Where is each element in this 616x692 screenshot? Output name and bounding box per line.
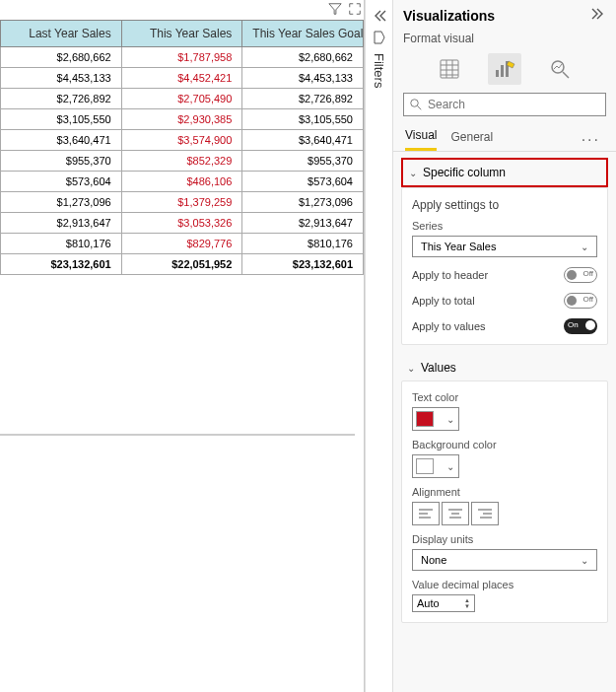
table-cell[interactable]: $2,680,662 — [1, 47, 122, 68]
table-cell[interactable]: $573,604 — [242, 172, 364, 192]
table-cell[interactable]: $1,787,958 — [121, 47, 242, 68]
svg-point-12 — [411, 100, 419, 107]
table-cell[interactable]: $852,329 — [121, 151, 242, 172]
table-cell[interactable]: $2,913,647 — [1, 213, 122, 234]
display-units-select[interactable]: None ⌄ — [412, 549, 597, 571]
series-select[interactable]: This Year Sales ⌄ — [412, 236, 597, 257]
table-cell[interactable]: $829,776 — [121, 234, 242, 254]
build-visual-button[interactable] — [433, 53, 466, 85]
table-cell[interactable]: $955,370 — [242, 151, 364, 172]
chevron-down-icon: ⌄ — [407, 363, 415, 374]
table-row[interactable]: $810,176$829,776$810,176 — [1, 234, 364, 254]
table-row[interactable]: $3,105,550$2,930,385$3,105,550 — [1, 109, 364, 130]
table-row[interactable]: $2,680,662$1,787,958$2,680,662 — [1, 47, 364, 68]
search-input[interactable] — [428, 98, 599, 111]
table-cell[interactable]: $1,273,096 — [242, 192, 364, 213]
pane-title: Visualizations — [403, 8, 495, 24]
focus-mode-icon[interactable] — [348, 2, 362, 20]
divider — [0, 434, 355, 436]
bg-color-label: Background color — [412, 439, 597, 450]
visual-canvas: Last Year SalesThis Year SalesThis Year … — [0, 0, 365, 692]
table-cell[interactable]: $3,640,471 — [1, 130, 122, 151]
more-options-icon[interactable]: ··· — [582, 131, 600, 149]
section-specific-column[interactable]: ⌄ Specific column — [401, 158, 608, 187]
chevron-down-icon: ⌄ — [581, 555, 588, 566]
tab-visual[interactable]: Visual — [405, 128, 437, 151]
apply-settings-title: Apply settings to — [412, 198, 597, 212]
table-cell[interactable]: $4,453,133 — [242, 68, 364, 89]
table-cell[interactable]: $2,726,892 — [1, 89, 122, 109]
table-cell[interactable]: $3,640,471 — [242, 130, 364, 151]
bookmark-icon[interactable] — [372, 30, 387, 45]
table-cell[interactable]: $3,574,900 — [121, 130, 242, 151]
svg-marker-0 — [329, 4, 341, 15]
svg-rect-7 — [496, 70, 499, 77]
chevron-down-icon: ⌄ — [581, 242, 588, 252]
chevron-down-icon: ⌄ — [446, 461, 454, 472]
decimal-places-label: Value decimal places — [412, 579, 597, 590]
table-cell[interactable]: $2,705,490 — [121, 89, 242, 109]
apply-values-toggle[interactable] — [564, 318, 597, 334]
series-value: This Year Sales — [421, 241, 496, 252]
section-label: Specific column — [423, 166, 506, 179]
format-visual-button[interactable] — [488, 53, 521, 85]
table-cell[interactable]: $3,053,326 — [121, 213, 242, 234]
table-cell[interactable]: $955,370 — [1, 151, 122, 172]
align-center-button[interactable] — [442, 502, 469, 525]
filters-pane-collapsed[interactable]: Filters — [365, 0, 392, 692]
chevron-down-icon: ⌄ — [409, 168, 417, 178]
table-cell[interactable]: $1,273,096 — [1, 192, 122, 213]
column-header[interactable]: This Year Sales Goal — [242, 21, 364, 47]
table-cell[interactable]: $3,105,550 — [242, 109, 364, 130]
table-cell[interactable]: $810,176 — [242, 234, 364, 254]
expand-chevrons-icon[interactable] — [590, 6, 606, 26]
table-row[interactable]: $4,453,133$4,452,421$4,453,133 — [1, 68, 364, 89]
apply-header-toggle[interactable] — [564, 267, 597, 283]
table-cell[interactable]: $2,913,647 — [242, 213, 364, 234]
bg-color-picker[interactable]: ⌄ — [412, 454, 459, 478]
search-icon — [410, 99, 422, 110]
column-header[interactable]: This Year Sales — [121, 21, 242, 47]
table-cell[interactable]: $3,105,550 — [1, 109, 122, 130]
table-cell[interactable]: $2,680,662 — [242, 47, 364, 68]
decimal-places-stepper[interactable]: Auto ▲▼ — [412, 594, 475, 612]
text-color-picker[interactable]: ⌄ — [412, 407, 459, 431]
values-section-label: Values — [421, 361, 456, 375]
search-box[interactable] — [403, 93, 606, 116]
chevron-down-icon: ⌄ — [446, 414, 454, 425]
table-row[interactable]: $1,273,096$1,379,259$1,273,096 — [1, 192, 364, 213]
table-total-cell: $22,051,952 — [121, 254, 242, 275]
table-cell[interactable]: $2,930,385 — [121, 109, 242, 130]
collapse-chevrons-icon[interactable] — [372, 8, 387, 24]
tab-general[interactable]: General — [450, 130, 493, 150]
table-cell[interactable]: $573,604 — [1, 172, 122, 192]
column-header[interactable]: Last Year Sales — [1, 21, 122, 47]
table-row[interactable]: $573,604$486,106$573,604 — [1, 172, 364, 192]
table-cell[interactable]: $4,452,421 — [121, 68, 242, 89]
svg-line-11 — [563, 72, 569, 78]
table-cell[interactable]: $2,726,892 — [242, 89, 364, 109]
analytics-button[interactable] — [543, 53, 577, 85]
display-units-label: Display units — [412, 533, 597, 545]
table-row[interactable]: $955,370$852,329$955,370 — [1, 151, 364, 172]
series-label: Series — [412, 220, 597, 232]
table-row[interactable]: $3,640,471$3,574,900$3,640,471 — [1, 130, 364, 151]
section-values[interactable]: ⌄ Values — [401, 355, 608, 381]
align-left-button[interactable] — [412, 502, 440, 525]
table-row[interactable]: $2,726,892$2,705,490$2,726,892 — [1, 89, 364, 109]
table-row[interactable]: $2,913,647$3,053,326$2,913,647 — [1, 213, 364, 234]
table-cell[interactable]: $1,379,259 — [121, 192, 242, 213]
decimal-value: Auto — [417, 597, 440, 609]
apply-values-label: Apply to values — [412, 320, 486, 332]
table-cell[interactable]: $4,453,133 — [1, 68, 122, 89]
apply-total-toggle[interactable] — [564, 293, 597, 309]
filter-icon[interactable] — [328, 2, 342, 20]
data-table[interactable]: Last Year SalesThis Year SalesThis Year … — [0, 20, 364, 275]
table-cell[interactable]: $810,176 — [1, 234, 122, 254]
table-total-row[interactable]: $23,132,601$22,051,952$23,132,601 — [1, 254, 364, 275]
align-right-button[interactable] — [471, 502, 499, 525]
filters-label: Filters — [372, 53, 386, 88]
stepper-down-icon[interactable]: ▼ — [464, 603, 470, 609]
table-cell[interactable]: $486,106 — [121, 172, 242, 192]
svg-line-13 — [418, 106, 422, 110]
